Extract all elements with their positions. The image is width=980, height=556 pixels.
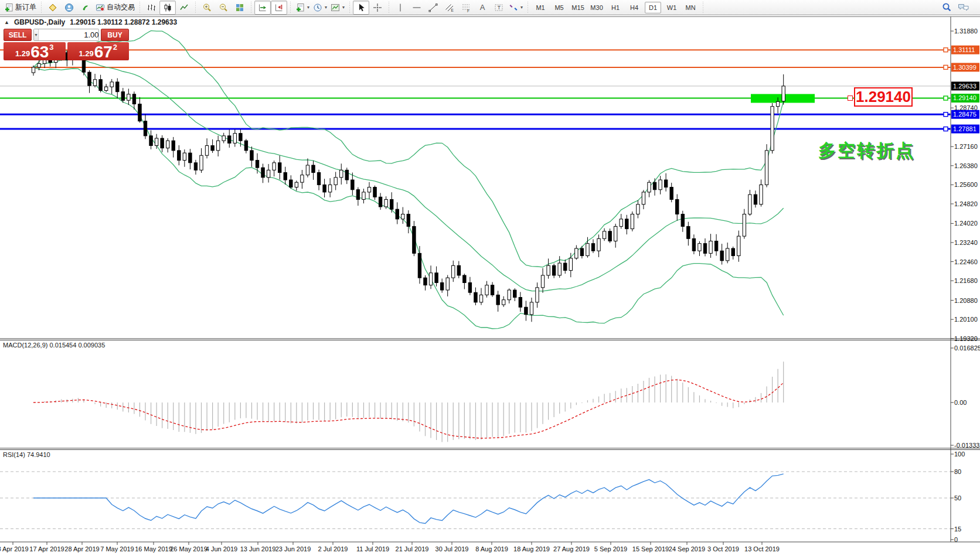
candle-body-bull bbox=[267, 170, 270, 178]
main-chart-panel[interactable] bbox=[0, 30, 951, 329]
candle bbox=[132, 91, 135, 110]
candle bbox=[648, 180, 651, 197]
volume-input[interactable] bbox=[39, 29, 99, 40]
candle bbox=[614, 224, 617, 248]
candle bbox=[178, 145, 181, 165]
date-axis-label: 13 Jun 2019 bbox=[240, 545, 276, 552]
price-axis: 1.318801.287401.271601.263801.256001.248… bbox=[944, 28, 980, 543]
candle bbox=[508, 288, 511, 303]
candle bbox=[99, 75, 102, 93]
candle bbox=[446, 275, 449, 296]
candle-body-bull bbox=[508, 290, 511, 300]
candle-body-bear bbox=[88, 72, 91, 86]
ohlc-values: 1.29015 1.30112 1.28872 1.29633 bbox=[70, 18, 177, 26]
volume-decrease-button[interactable]: ▼ bbox=[34, 29, 39, 40]
sell-price-big: 63 bbox=[30, 45, 49, 59]
price-level-flag[interactable]: 1.29140 bbox=[854, 87, 913, 107]
candle bbox=[390, 192, 393, 213]
candle bbox=[267, 164, 270, 183]
candle-body-bull bbox=[32, 67, 35, 73]
candle-body-bull bbox=[726, 248, 729, 261]
candle-body-bear bbox=[161, 138, 164, 148]
candle bbox=[575, 245, 578, 260]
candle bbox=[720, 244, 723, 265]
line-drag-handle[interactable] bbox=[944, 127, 948, 131]
price-axis-label: 1.27160 bbox=[954, 143, 978, 150]
line-drag-handle[interactable] bbox=[944, 96, 948, 100]
candle-body-bear bbox=[278, 163, 281, 173]
candle bbox=[116, 79, 119, 99]
candle bbox=[261, 163, 264, 183]
candle-body-bull bbox=[328, 185, 331, 192]
buy-button[interactable]: BUY bbox=[101, 29, 129, 41]
candle-body-bear bbox=[396, 209, 399, 219]
candle bbox=[625, 215, 628, 234]
candle bbox=[222, 133, 225, 144]
rsi-panel[interactable] bbox=[0, 472, 951, 529]
volume-spinner: ▼ ▲ bbox=[33, 29, 99, 41]
line-drag-handle[interactable] bbox=[944, 65, 948, 69]
candle bbox=[525, 301, 528, 320]
candle bbox=[491, 282, 494, 296]
candle-body-bull bbox=[637, 204, 639, 214]
candle-body-bear bbox=[474, 292, 477, 302]
candle bbox=[121, 88, 124, 103]
candle-body-bull bbox=[620, 219, 622, 227]
candle bbox=[312, 161, 315, 180]
candle bbox=[631, 212, 634, 231]
candle-body-bull bbox=[93, 80, 96, 86]
candle bbox=[608, 228, 611, 243]
candle-body-bear bbox=[491, 285, 494, 295]
candle bbox=[502, 296, 505, 307]
sell-price-display[interactable]: 1.29 63 3 bbox=[4, 42, 66, 60]
candle bbox=[317, 170, 320, 190]
chart-canvas[interactable]: 1.318801.287401.271601.263801.256001.248… bbox=[0, 0, 980, 556]
collapse-panel-arrow[interactable]: ▲ bbox=[4, 19, 9, 25]
candle-body-bear bbox=[132, 94, 135, 104]
macd-panel[interactable] bbox=[33, 361, 784, 442]
candle bbox=[244, 139, 247, 154]
price-axis-label: 1.26380 bbox=[954, 162, 978, 169]
macd-indicator-label: MACD(12,26,9) 0.015454 0.009035 bbox=[3, 342, 105, 349]
line-drag-handle[interactable] bbox=[944, 112, 948, 117]
sell-button[interactable]: SELL bbox=[4, 29, 32, 41]
candle-body-bull bbox=[368, 187, 370, 192]
candle-body-bear bbox=[228, 136, 231, 144]
candle bbox=[513, 288, 516, 301]
candle-body-bull bbox=[547, 265, 550, 275]
candle-body-bull bbox=[233, 134, 236, 144]
price-axis-label: 1.20880 bbox=[954, 297, 978, 304]
candle bbox=[642, 190, 645, 209]
candle-body-bear bbox=[407, 214, 410, 227]
date-axis-label: 23 Jun 2019 bbox=[275, 545, 311, 552]
candle bbox=[216, 135, 219, 156]
candle-body-bull bbox=[569, 258, 572, 271]
rsi-axis-label: 0 bbox=[954, 536, 958, 543]
sell-price-sup: 3 bbox=[49, 43, 53, 52]
candle bbox=[301, 170, 304, 189]
candle bbox=[138, 97, 141, 123]
line-drag-handle[interactable] bbox=[944, 48, 948, 52]
candle bbox=[552, 264, 555, 278]
candle-body-bull bbox=[216, 141, 219, 151]
candle bbox=[161, 135, 164, 152]
chart-annotation-text[interactable]: 多空转折点 bbox=[818, 139, 915, 163]
candle bbox=[205, 138, 208, 158]
candle-body-bear bbox=[731, 248, 734, 256]
candle-body-bear bbox=[687, 226, 690, 238]
bollinger-middle-band bbox=[33, 59, 784, 291]
rsi-axis-label: 100 bbox=[954, 451, 965, 458]
candle bbox=[104, 84, 107, 92]
candle-body-bear bbox=[670, 187, 673, 200]
panel-frames bbox=[0, 16, 980, 542]
candle-body-bull bbox=[362, 192, 365, 200]
candle bbox=[172, 137, 175, 158]
price-flag-handle[interactable] bbox=[848, 95, 853, 101]
candle-body-bear bbox=[284, 172, 287, 180]
candle bbox=[435, 267, 438, 286]
candle bbox=[328, 178, 331, 197]
buy-price-display[interactable]: 1.29 67 2 bbox=[67, 42, 130, 60]
candle bbox=[457, 261, 460, 278]
candle bbox=[681, 211, 684, 232]
candle-body-bull bbox=[603, 231, 605, 239]
